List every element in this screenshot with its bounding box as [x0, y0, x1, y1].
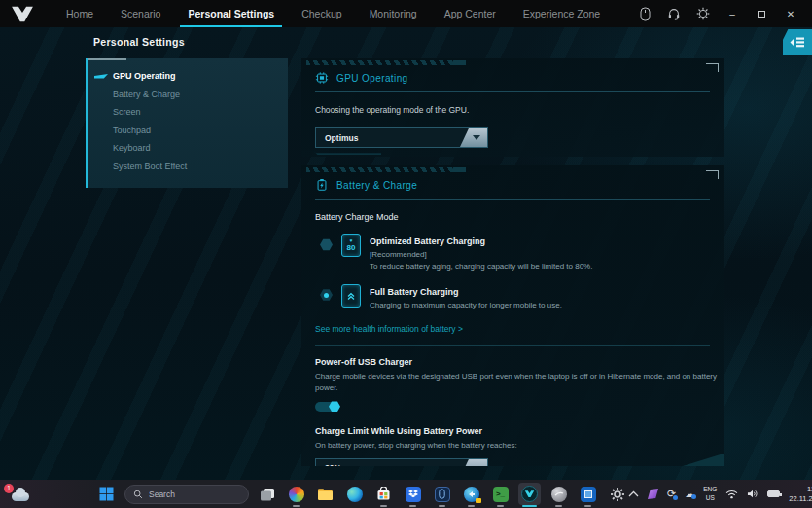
minimize-button[interactable]: –	[724, 6, 740, 21]
pen-app-tray-icon[interactable]	[648, 489, 658, 499]
titlebar: Home Scenario Personal Settings Checkup …	[0, 0, 812, 27]
tab-monitoring[interactable]: Monitoring	[356, 0, 431, 27]
search-box[interactable]: Search	[124, 485, 249, 504]
tab-experience-zone[interactable]: Experience Zone	[510, 0, 614, 27]
tab-personal-settings[interactable]: Personal Settings	[174, 0, 288, 27]
main-nav: Home Scenario Personal Settings Checkup …	[53, 0, 614, 27]
search-icon	[133, 490, 143, 499]
option-title: Optimized Battery Charging	[370, 236, 592, 246]
dropdown-button[interactable]	[460, 128, 487, 147]
battery-health-link[interactable]: See more health information of battery >	[315, 324, 710, 334]
radio-unselected-icon[interactable]	[320, 238, 333, 251]
hidden-icons-chevron[interactable]	[628, 490, 639, 497]
side-panel-toggle[interactable]	[783, 29, 812, 55]
time: 11:07	[789, 485, 812, 494]
gpu-description: Choosing the operating mode of the GPU.	[315, 105, 710, 115]
microsoft-store-icon[interactable]	[372, 483, 395, 505]
tab-scenario[interactable]: Scenario	[107, 0, 174, 27]
notification-badge: 1	[4, 484, 14, 493]
usb-charger-toggle[interactable]	[315, 402, 339, 412]
sidebar-item-battery-charge[interactable]: Battery & Charge	[88, 86, 288, 104]
sidebar-item-touchpad[interactable]: Touchpad	[88, 122, 288, 140]
support-headset-icon[interactable]	[666, 6, 682, 21]
predator-logo-icon	[10, 4, 35, 23]
usb-charger-title: Power-off USB Charger	[315, 357, 710, 367]
battery-charge-mode-label: Battery Charge Mode	[315, 212, 710, 222]
vpn-app-icon[interactable]	[547, 483, 570, 505]
sidebar-item-system-boot-effect[interactable]: System Boot Effect	[88, 158, 288, 176]
wifi-icon[interactable]	[725, 490, 738, 499]
charge-limit-description: On battery power, stop charging when the…	[315, 440, 720, 451]
active-running-indicator	[522, 505, 537, 507]
windows-taskbar: 1 Search	[0, 480, 812, 508]
settings-app-icon[interactable]	[606, 483, 628, 505]
usb-charger-description: Charge mobile devices via the designated…	[315, 371, 720, 392]
utility-icon	[464, 487, 479, 502]
dropdown-button[interactable]	[460, 459, 487, 466]
cloud-tray-icon[interactable]: ☁	[685, 489, 694, 499]
settings-gear-icon[interactable]	[695, 6, 711, 21]
display-app-icon[interactable]	[577, 483, 599, 505]
close-button[interactable]: ✕	[783, 6, 798, 21]
battery-80-number: 80	[347, 243, 356, 252]
gpu-operating-card: GPU Operating Choosing the operating mod…	[301, 58, 724, 157]
battery-charge-card: Battery & Charge Battery Charge Mode ♥ 8…	[301, 165, 724, 466]
radio-selected-icon[interactable]	[320, 289, 333, 302]
gear-icon	[610, 487, 625, 502]
edge-icon	[347, 487, 363, 502]
tab-checkup[interactable]: Checkup	[288, 0, 355, 27]
terminal-app-icon[interactable]: >_	[489, 483, 512, 505]
option-full-battery-charging[interactable]: Full Battery Charging Charging to maximu…	[315, 284, 710, 311]
settings-sidebar: GPU Operating Battery & Charge Screen To…	[86, 58, 288, 188]
sidebar-item-keyboard[interactable]: Keyboard	[88, 139, 288, 158]
sphere-icon	[551, 487, 567, 502]
charge-limit-title: Charge Limit While Using Battery Power	[315, 426, 710, 436]
inner-square	[584, 490, 592, 498]
mouse-device-icon[interactable]	[637, 6, 653, 21]
running-indicator	[380, 505, 387, 507]
option-description: Charging to maximum capacity for longer …	[370, 301, 562, 311]
battery-charge-icon	[315, 178, 329, 192]
dropbox-icon	[406, 487, 421, 502]
battery-full-icon	[341, 284, 361, 308]
battery-tray-icon[interactable]	[767, 490, 780, 497]
sidebar-item-screen[interactable]: Screen	[88, 103, 288, 122]
running-indicator	[439, 505, 445, 507]
running-indicator	[497, 505, 504, 507]
predator-sense-window: Home Scenario Personal Settings Checkup …	[0, 0, 812, 508]
language-switcher[interactable]: ENG US	[703, 486, 717, 501]
edge-browser-icon[interactable]	[343, 483, 366, 505]
task-view-button[interactable]	[256, 483, 278, 505]
sidebar-item-label: Battery & Charge	[113, 90, 180, 99]
photos-app-icon[interactable]	[285, 483, 307, 505]
content-divider	[315, 345, 710, 346]
console-icon: >_	[493, 487, 509, 502]
battery-80-icon: ♥ 80	[341, 234, 361, 257]
file-explorer-icon[interactable]	[314, 483, 336, 505]
sidebar-item-label: GPU Operating	[113, 71, 176, 81]
option-optimized-battery-charging[interactable]: ♥ 80 Optimized Battery Charging [Recomme…	[315, 234, 710, 272]
volume-icon[interactable]	[747, 489, 759, 499]
system-tray: ⟳ ☁ ENG US 11:07 22.11.2025	[628, 485, 812, 504]
blue-square-app-icon	[581, 487, 596, 502]
start-button[interactable]	[95, 483, 118, 505]
tab-home[interactable]: Home	[53, 0, 107, 27]
badge-icon	[476, 498, 481, 503]
page-title: Personal Settings	[93, 36, 185, 48]
gpu-mode-dropdown[interactable]: Optimus	[315, 127, 488, 148]
panel-collapse-icon	[790, 36, 805, 49]
maximize-button[interactable]	[754, 6, 769, 21]
dropbox-app-icon[interactable]	[402, 483, 424, 505]
running-indicator	[555, 505, 562, 507]
sync-tray-icon[interactable]: ⟳	[667, 488, 676, 500]
taskbar-center: Search	[95, 483, 628, 505]
charge-limit-dropdown[interactable]: 30%	[315, 458, 488, 466]
battery-section-title: Battery & Charge	[336, 180, 417, 191]
sidebar-item-gpu-operating[interactable]: GPU Operating	[88, 67, 288, 86]
update-utility-icon[interactable]	[460, 483, 482, 505]
peripheral-app-icon[interactable]	[431, 483, 453, 505]
clock[interactable]: 11:07 22.11.2025	[789, 485, 812, 504]
tab-app-center[interactable]: App Center	[431, 0, 510, 27]
predator-sense-taskbar-icon[interactable]	[518, 483, 541, 505]
maximize-icon	[758, 11, 765, 18]
